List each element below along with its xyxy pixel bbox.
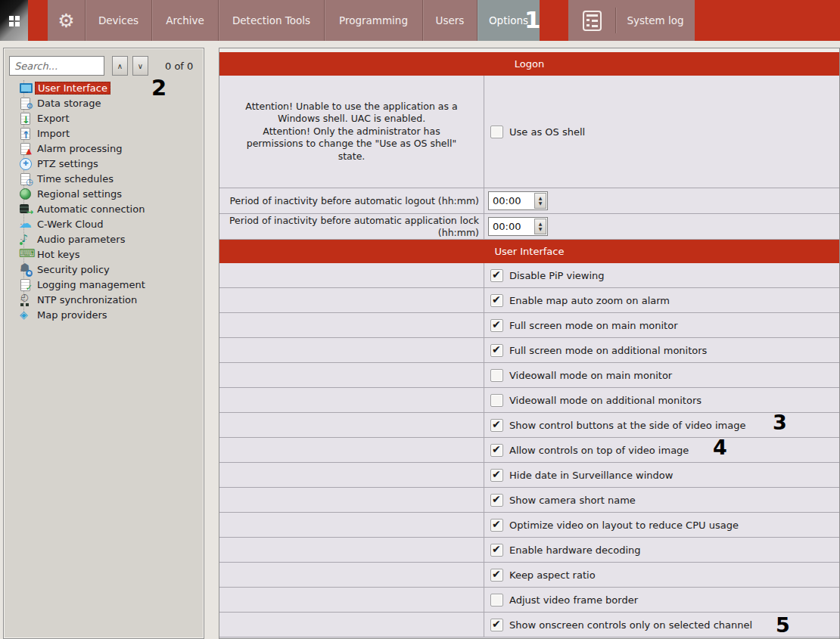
ui-option-row[interactable]: Show control buttons at the side of vide…	[219, 413, 839, 438]
annotation-1: 1	[524, 6, 541, 33]
document-clock-icon	[19, 172, 32, 185]
ui-option-row[interactable]: Keep aspect ratio	[219, 563, 839, 588]
sidebar-item-label: Security policy	[35, 263, 112, 276]
sidebar-item-logging-management[interactable]: Logging management	[4, 277, 204, 292]
annotation-5: 5	[776, 613, 790, 637]
lock-timeout-spinner[interactable]: 00:00 ▲▼	[488, 217, 548, 236]
top-navigation-bar: ⚙ Devices Archive Detection Tools Progra…	[0, 0, 840, 41]
checkbox[interactable]	[490, 619, 503, 631]
logon-section-header: Logon	[219, 52, 839, 76]
checkbox-label: Show onscreen controls only on selected …	[509, 619, 752, 631]
logout-timeout-value[interactable]: 00:00	[489, 195, 534, 206]
lock-timeout-value[interactable]: 00:00	[489, 221, 534, 232]
tab-detection-tools[interactable]: Detection Tools	[218, 0, 324, 41]
search-prev-button[interactable]: ∧	[112, 56, 128, 76]
sidebar-item-export[interactable]: Export	[4, 110, 204, 126]
search-input[interactable]	[9, 56, 104, 76]
checkbox-label: Use as OS shell	[509, 126, 585, 138]
checkbox[interactable]	[490, 569, 503, 582]
checkbox[interactable]	[490, 394, 503, 407]
use-as-os-shell-checkbox[interactable]	[490, 126, 503, 138]
tab-archive[interactable]: Archive	[151, 0, 218, 41]
sidebar-item-map-providers[interactable]: Map providers	[4, 307, 204, 322]
ui-option-row[interactable]: Disable PiP viewing	[219, 263, 839, 288]
sidebar-item-user-interface[interactable]: User Interface	[4, 80, 204, 95]
checkbox[interactable]	[490, 494, 503, 507]
ui-option-row[interactable]: Show camera short name	[219, 488, 839, 513]
sidebar-item-label: Regional settings	[35, 188, 124, 200]
checkbox-label: Keep aspect ratio	[509, 569, 596, 581]
sidebar-item-regional-settings[interactable]: Regional settings	[4, 186, 204, 201]
sidebar-item-label: Import	[35, 127, 72, 140]
sidebar-item-label: Time schedules	[35, 172, 116, 185]
sidebar-item-audio-parameters[interactable]: Audio parameters	[4, 231, 204, 247]
checkbox-label: Videowall mode on additional monitors	[509, 395, 702, 406]
spinner-up-down-buttons[interactable]: ▲▼	[534, 219, 546, 234]
sidebar-item-ptz-settings[interactable]: PTZ settings	[4, 156, 204, 171]
checkbox[interactable]	[490, 344, 503, 357]
ui-option-row[interactable]: Optimize video on layout to reduce CPU u…	[219, 513, 839, 538]
checkbox[interactable]	[490, 594, 503, 606]
document-check-icon	[19, 278, 32, 291]
ui-option-row[interactable]: Hide date in Surveillance window	[219, 463, 839, 488]
checkbox[interactable]	[490, 369, 503, 382]
checkbox[interactable]	[490, 519, 503, 532]
settings-button[interactable]: ⚙	[48, 0, 85, 41]
annotation-4: 4	[713, 436, 727, 459]
sidebar-item-ntp-synchronization[interactable]: NTP synchronization	[4, 292, 204, 307]
server-connect-icon	[19, 203, 32, 216]
document-arrow-up-icon	[19, 127, 32, 140]
ui-option-row[interactable]: Videowall mode on main monitor	[219, 363, 839, 388]
app-menu-button[interactable]	[0, 0, 28, 41]
sidebar-item-data-storage[interactable]: Data storage	[4, 95, 204, 110]
ui-option-row[interactable]: Adjust video frame border	[219, 588, 839, 613]
annotation-3: 3	[773, 411, 787, 434]
options-content-panel: Logon Attention! Unable to use the appli…	[219, 48, 840, 639]
checkbox[interactable]	[490, 419, 503, 432]
system-log-button[interactable]	[568, 0, 615, 41]
ui-option-row[interactable]: Full screen mode on main monitor	[219, 313, 839, 338]
tab-devices[interactable]: Devices	[85, 0, 151, 41]
ui-option-row[interactable]: Full screen mode on additional monitors	[219, 338, 839, 363]
sidebar-item-label: NTP synchronization	[35, 293, 139, 306]
globe-icon	[19, 188, 32, 200]
annotation-2: 2	[151, 75, 166, 101]
ui-option-row[interactable]: Allow controls on top of video image	[219, 438, 839, 463]
checkbox-label: Full screen mode on additional monitors	[509, 345, 707, 356]
checkbox-label: Allow controls on top of video image	[509, 445, 689, 456]
spinner-down-icon: ▼	[539, 227, 543, 232]
sidebar-item-label: Logging management	[35, 278, 148, 291]
lock-timeout-label: Period of inactivity before automatic ap…	[219, 214, 484, 239]
os-shell-cell: Use as OS shell	[484, 76, 839, 188]
checkbox-label: Videowall mode on main monitor	[509, 370, 672, 381]
sidebar-item-hot-keys[interactable]: Hot keys	[4, 247, 204, 262]
logout-timeout-label: Period of inactivity before automatic lo…	[219, 188, 484, 213]
checkbox[interactable]	[490, 319, 503, 332]
spinner-up-down-buttons[interactable]: ▲▼	[534, 193, 546, 209]
sidebar-item-label: Map providers	[35, 309, 110, 321]
sidebar-item-import[interactable]: Import	[4, 126, 204, 141]
sidebar-item-time-schedules[interactable]: Time schedules	[4, 171, 204, 186]
ui-option-row[interactable]: Show onscreen controls only on selected …	[219, 613, 839, 637]
topbar-divider	[540, 0, 568, 41]
checkbox[interactable]	[490, 544, 503, 557]
logout-timeout-spinner[interactable]: 00:00 ▲▼	[488, 191, 548, 210]
checkbox-label: Show camera short name	[509, 495, 636, 506]
ui-option-row[interactable]: Enable map auto zoom on alarm	[219, 288, 839, 313]
sidebar-item-automatic-connection[interactable]: Automatic connection	[4, 201, 204, 216]
ptz-crosshair-icon	[19, 157, 32, 170]
sidebar-item-cwerk-cloud[interactable]: C-Werk Cloud	[4, 216, 204, 231]
tab-users[interactable]: Users	[422, 0, 477, 41]
checkbox[interactable]	[490, 469, 503, 482]
sidebar-item-security-policy[interactable]: Security policy	[4, 262, 204, 277]
ui-option-row[interactable]: Enable hardware decoding	[219, 538, 839, 563]
ui-option-row[interactable]: Videowall mode on additional monitors	[219, 388, 839, 413]
checkbox[interactable]	[490, 294, 503, 307]
sidebar-item-alarm-processing[interactable]: Alarm processing	[4, 141, 204, 156]
search-next-button[interactable]: ∨	[132, 56, 148, 76]
checkbox[interactable]	[490, 444, 503, 457]
tab-system-log[interactable]: System log	[616, 0, 695, 41]
tab-programming[interactable]: Programming	[324, 0, 422, 41]
checkbox[interactable]	[490, 269, 503, 282]
logout-timeout-row: Period of inactivity before automatic lo…	[219, 188, 839, 214]
